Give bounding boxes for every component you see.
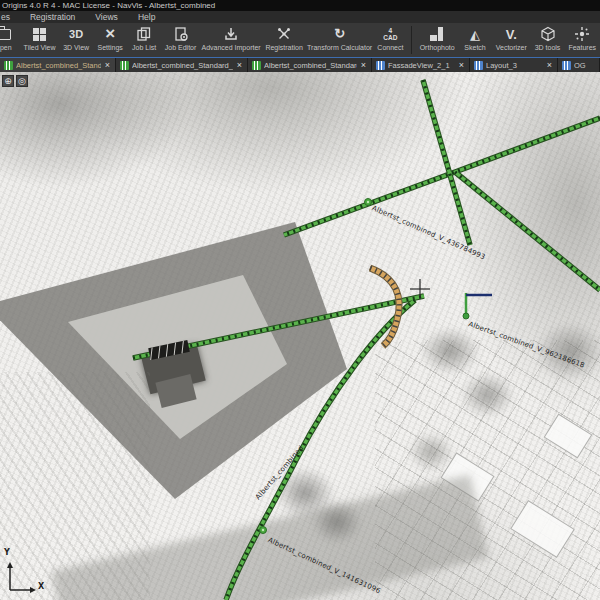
3d-tools-button[interactable]: 3D tools bbox=[531, 23, 565, 57]
transform-calculator-icon: ↻ bbox=[334, 25, 345, 43]
close-icon[interactable]: × bbox=[236, 61, 243, 70]
main-toolbar: Open Tiled View 3D 3D View × Settings Jo… bbox=[0, 23, 600, 57]
tab-fassadeview[interactable]: FassadeView_2_1 × bbox=[372, 58, 470, 72]
tab-standard-left[interactable]: Albertst_combined_Standard_Left × bbox=[248, 58, 372, 72]
scan-point-marker[interactable] bbox=[260, 527, 267, 534]
window-title: Origins 4.0 R 4 - MAC License - NavVis -… bbox=[2, 1, 215, 10]
open-button[interactable]: Open bbox=[0, 23, 20, 57]
scan-point-marker[interactable] bbox=[365, 199, 372, 206]
menu-item-help[interactable]: Help bbox=[135, 12, 158, 22]
sketch-icon: ◭ bbox=[470, 25, 480, 43]
open-folder-icon bbox=[0, 25, 11, 43]
settings-icon: × bbox=[105, 25, 115, 43]
transform-calculator-button[interactable]: ↻ Transform Calculator bbox=[306, 23, 373, 57]
job-list-icon bbox=[136, 25, 152, 43]
registration-button[interactable]: Registration bbox=[262, 23, 306, 57]
connect-button[interactable]: 4CAD Connect bbox=[373, 23, 407, 57]
scan-trajectory-lines bbox=[133, 80, 600, 600]
job-list-button[interactable]: Job List bbox=[127, 23, 161, 57]
orthophoto-button[interactable]: Orthophoto bbox=[416, 23, 458, 57]
job-editor-button[interactable]: Job Editor bbox=[161, 23, 200, 57]
scan-pose-gizmo[interactable] bbox=[463, 293, 492, 319]
tiled-view-button[interactable]: Tiled View bbox=[20, 23, 59, 57]
tiled-view-icon bbox=[33, 25, 46, 43]
tab-layout-3[interactable]: Layout_3 × bbox=[470, 58, 558, 72]
orthophoto-icon bbox=[430, 25, 444, 43]
advanced-importer-icon bbox=[223, 25, 239, 43]
axis-x-label: X bbox=[38, 582, 44, 591]
4cad-icon: 4CAD bbox=[383, 25, 397, 43]
advanced-importer-button[interactable]: Advanced Importer bbox=[200, 23, 262, 57]
registration-icon bbox=[276, 25, 292, 43]
layout-tab-icon bbox=[376, 61, 385, 70]
sketch-button[interactable]: ◭ Sketch bbox=[458, 23, 492, 57]
axis-y-label: Y bbox=[4, 548, 10, 557]
features-icon bbox=[574, 25, 590, 43]
viewport-target-button[interactable]: ◎ bbox=[16, 75, 28, 87]
tab-standard-front[interactable]: Albertst_combined_Standard_Front × bbox=[116, 58, 248, 72]
3d-view-icon: 3D bbox=[69, 25, 83, 43]
application-window: Origins 4.0 R 4 - MAC License - NavVis -… bbox=[0, 0, 600, 600]
layout-tab-icon bbox=[562, 61, 571, 70]
title-bar: Origins 4.0 R 4 - MAC License - NavVis -… bbox=[0, 0, 600, 11]
3d-view-button[interactable]: 3D 3D View bbox=[59, 23, 93, 57]
view-tab-icon bbox=[252, 61, 261, 70]
vectorizer-button[interactable]: V. Vectorizer bbox=[492, 23, 530, 57]
axis-indicator bbox=[7, 562, 36, 593]
viewport-globe-button[interactable]: ⊕ bbox=[2, 75, 14, 87]
tab-standard-top[interactable]: Albertst_combined_Standard_Top × bbox=[0, 58, 116, 72]
tab-og[interactable]: OG bbox=[558, 58, 600, 72]
toolbar-separator bbox=[411, 26, 412, 54]
menu-bar: es Registration Views Help bbox=[0, 11, 600, 23]
layout-tab-icon bbox=[474, 61, 483, 70]
settings-button[interactable]: × Settings bbox=[93, 23, 127, 57]
close-icon[interactable]: × bbox=[360, 61, 367, 70]
map-viewport[interactable]: ⊕ ◎ Albertst_combined_V_436784993 Albert… bbox=[0, 72, 600, 600]
job-editor-icon bbox=[173, 25, 189, 43]
close-icon[interactable]: × bbox=[104, 61, 111, 70]
menu-item-partial[interactable]: es bbox=[0, 12, 13, 22]
view-tab-bar: Albertst_combined_Standard_Top × Alberts… bbox=[0, 57, 600, 72]
close-icon[interactable]: × bbox=[546, 61, 553, 70]
3d-tools-icon bbox=[540, 25, 556, 43]
close-icon[interactable]: × bbox=[458, 61, 465, 70]
hatched-segment bbox=[148, 340, 190, 360]
vectorizer-icon: V. bbox=[506, 25, 517, 43]
menu-item-views[interactable]: Views bbox=[92, 12, 121, 22]
menu-item-registration[interactable]: Registration bbox=[27, 12, 78, 22]
features-button[interactable]: Features bbox=[565, 23, 600, 57]
view-tab-icon bbox=[120, 61, 129, 70]
view-tab-icon bbox=[4, 61, 13, 70]
